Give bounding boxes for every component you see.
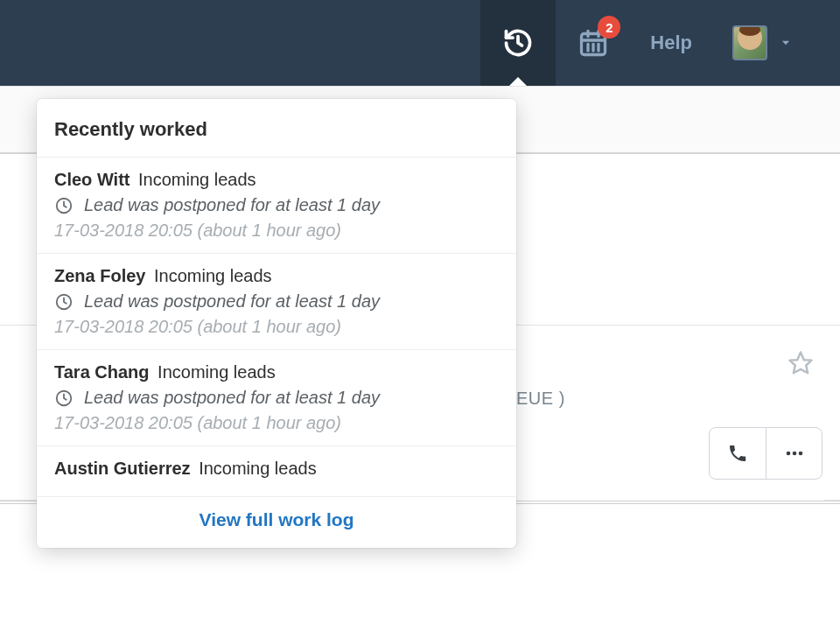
log-message-line: Lead was postponed for at least 1 day <box>54 388 499 408</box>
recently-worked-dropdown: Recently worked Cleo Witt Incoming leads… <box>37 99 516 548</box>
log-item[interactable]: Tara Chang Incoming leads Lead was postp… <box>37 350 516 446</box>
clock-icon <box>54 196 74 215</box>
dropdown-footer: View full work log <box>37 497 516 548</box>
view-full-log-link[interactable]: View full work log <box>200 509 354 529</box>
log-message: Lead was postponed for at least 1 day <box>84 388 380 408</box>
log-timestamp: 17-03-2018 20:05 (about 1 hour ago) <box>54 413 499 433</box>
star-icon <box>788 350 814 376</box>
log-name: Cleo Witt <box>54 170 130 189</box>
log-item-title: Tara Chang Incoming leads <box>54 362 499 382</box>
clock-icon <box>54 292 74 312</box>
log-category: Incoming leads <box>154 266 272 285</box>
queue-label-fragment: EUE ) <box>516 389 565 409</box>
log-item[interactable]: Austin Gutierrez Incoming leads <box>37 446 516 497</box>
phone-icon <box>727 443 748 464</box>
favorite-button[interactable] <box>788 350 814 380</box>
log-message: Lead was postponed for at least 1 day <box>84 195 380 215</box>
lead-actions <box>709 427 822 480</box>
log-name: Austin Gutierrez <box>54 459 191 478</box>
chevron-down-icon <box>780 37 792 49</box>
app-header: 2 Help <box>0 0 840 86</box>
log-item[interactable]: Zena Foley Incoming leads Lead was postp… <box>37 254 516 350</box>
calendar-button[interactable]: 2 <box>556 0 631 86</box>
help-link[interactable]: Help <box>631 32 711 54</box>
log-message-line: Lead was postponed for at least 1 day <box>54 195 499 215</box>
log-category: Incoming leads <box>158 362 276 382</box>
more-button[interactable] <box>766 428 822 479</box>
user-menu[interactable] <box>711 25 792 60</box>
log-item-title: Zena Foley Incoming leads <box>54 266 499 286</box>
log-message: Lead was postponed for at least 1 day <box>84 291 380 312</box>
log-message-line: Lead was postponed for at least 1 day <box>54 291 499 312</box>
log-item-title: Cleo Witt Incoming leads <box>54 170 499 190</box>
log-category: Incoming leads <box>199 459 317 478</box>
svg-point-8 <box>786 452 790 456</box>
svg-marker-7 <box>790 353 812 374</box>
call-button[interactable] <box>710 428 766 479</box>
log-timestamp: 17-03-2018 20:05 (about 1 hour ago) <box>54 221 499 241</box>
log-category: Incoming leads <box>138 170 256 189</box>
log-timestamp: 17-03-2018 20:05 (about 1 hour ago) <box>54 317 499 337</box>
log-item-title: Austin Gutierrez Incoming leads <box>54 459 499 479</box>
ellipsis-icon <box>782 441 807 466</box>
log-name: Tara Chang <box>54 362 150 382</box>
dropdown-title: Recently worked <box>37 99 516 158</box>
avatar <box>732 25 767 60</box>
clock-icon <box>54 389 74 408</box>
log-item[interactable]: Cleo Witt Incoming leads Lead was postpo… <box>37 158 516 254</box>
history-button[interactable] <box>480 0 556 86</box>
history-icon <box>502 27 534 59</box>
calendar-badge: 2 <box>598 16 620 39</box>
svg-point-10 <box>798 452 802 456</box>
svg-point-9 <box>792 452 796 456</box>
log-name: Zena Foley <box>54 266 145 285</box>
